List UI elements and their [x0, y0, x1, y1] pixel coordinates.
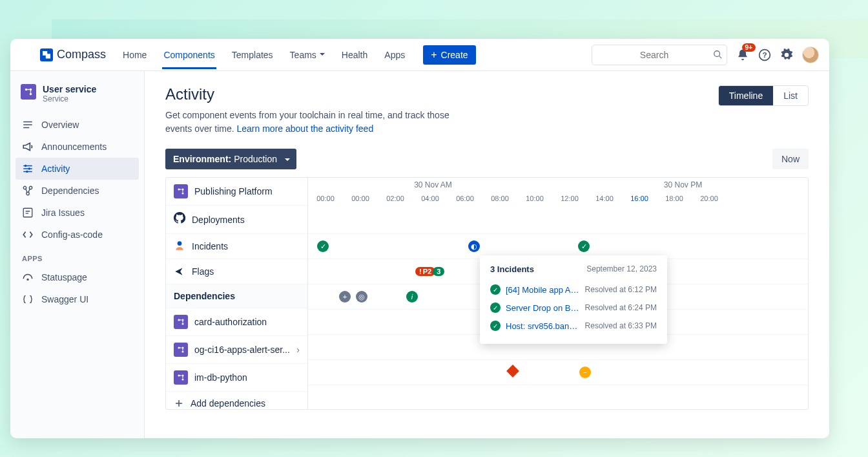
chevron-right-icon: › — [296, 345, 300, 355]
page-title: Activity — [165, 85, 809, 103]
row-im-db-python[interactable]: im-db-python — [166, 364, 307, 392]
create-button[interactable]: + Create — [423, 45, 475, 65]
content: Activity Get component events from your … — [145, 71, 829, 438]
sidebar-item-activity[interactable]: Activity — [16, 158, 139, 180]
row-deployments[interactable]: Deployments — [166, 206, 307, 234]
svg-point-5 — [30, 89, 32, 91]
nav-teams[interactable]: Teams — [289, 41, 326, 69]
grid-row-platform — [308, 209, 808, 234]
deploy-marker-ok[interactable]: ✓ — [317, 240, 329, 252]
svg-point-7 — [25, 165, 26, 167]
activity-icon — [22, 163, 34, 175]
svg-line-1 — [719, 56, 722, 58]
deploy-marker-ok2[interactable]: ✓ — [578, 240, 590, 252]
flag-marker-1[interactable]: + — [339, 291, 351, 303]
incident-link-1[interactable]: Server Drop on Banc.ly Fr… — [506, 303, 580, 313]
nav-home[interactable]: Home — [121, 41, 148, 69]
row-incidents[interactable]: Incidents — [166, 234, 307, 259]
flag-marker-3[interactable]: i — [406, 291, 418, 303]
nav-apps[interactable]: Apps — [383, 41, 406, 69]
grid-row-og-ci16: − — [308, 360, 808, 385]
svg-point-17 — [182, 193, 184, 195]
swagger-icon — [22, 293, 34, 305]
timeline: Publishing Platform Deployments Incident… — [165, 177, 809, 410]
service-icon — [21, 84, 36, 100]
sidebar: User service Service Overview Announceme… — [10, 71, 145, 438]
row-card-authorization[interactable]: card-authorization — [166, 308, 307, 336]
row-add-dependencies[interactable]: Add dependencies — [166, 392, 307, 409]
view-toggle: Timeline List — [718, 85, 809, 106]
pause-marker[interactable]: − — [579, 367, 591, 378]
view-timeline-button[interactable]: Timeline — [719, 86, 773, 105]
resolved-2: Resolved at 6:33 PM — [585, 321, 657, 330]
svg-point-24 — [182, 351, 184, 353]
svg-point-27 — [182, 379, 184, 381]
search-box — [592, 45, 727, 65]
sidebar-title: User service — [43, 84, 96, 94]
svg-point-4 — [25, 89, 28, 91]
view-list-button[interactable]: List — [773, 86, 808, 105]
svg-point-6 — [30, 93, 32, 96]
sidebar-item-jira[interactable]: Jira Issues — [16, 202, 139, 224]
compass-logo-icon — [40, 48, 53, 61]
nav-components[interactable]: Components — [162, 41, 216, 69]
svg-point-12 — [26, 192, 30, 195]
dep-icon — [174, 370, 188, 385]
code-icon — [22, 229, 34, 240]
now-button[interactable]: Now — [772, 149, 809, 169]
incidents-tooltip: 3 Incidents September 12, 2023 ✓ [64] Mo… — [480, 255, 667, 344]
timeline-grid[interactable]: 30 Nov AM 30 Nov PM 00:00 00:00 02:00 04… — [308, 178, 808, 409]
row-flags[interactable]: Flags — [166, 259, 307, 284]
check-icon: ✓ — [490, 303, 501, 313]
plus-icon — [174, 398, 184, 409]
svg-point-0 — [714, 50, 720, 56]
incidents-icon — [174, 240, 185, 252]
dependencies-icon — [22, 185, 34, 197]
gear-icon — [780, 48, 793, 61]
sidebar-item-swagger[interactable]: Swagger UI — [16, 288, 139, 310]
notification-badge: 9+ — [742, 43, 756, 52]
main-nav: Home Components Templates Teams Health A… — [121, 41, 476, 69]
jira-icon — [22, 207, 34, 218]
overview-icon — [22, 119, 34, 131]
nav-health[interactable]: Health — [340, 41, 369, 69]
settings-button[interactable] — [780, 48, 793, 61]
notifications-button[interactable]: 9+ — [736, 48, 749, 61]
dep-icon — [174, 343, 188, 357]
alert-diamond[interactable] — [508, 367, 517, 376]
row-dependencies-header: Dependencies — [166, 284, 307, 308]
svg-point-14 — [26, 279, 28, 281]
help-button[interactable]: ? — [758, 48, 771, 61]
check-icon: ✓ — [490, 321, 501, 331]
tooltip-date: September 12, 2023 — [586, 264, 657, 274]
deploy-marker-clock[interactable]: ◐ — [468, 240, 480, 252]
environment-select[interactable]: Environment: Production — [165, 149, 296, 169]
sidebar-item-statuspage[interactable]: Statuspage — [16, 266, 139, 288]
sidebar-item-config[interactable]: Config-as-code — [16, 224, 139, 246]
flags-icon — [174, 266, 185, 277]
svg-point-18 — [178, 241, 182, 246]
logo[interactable]: Compass — [40, 48, 106, 61]
flag-marker-2[interactable]: ◎ — [356, 291, 367, 303]
topbar: Compass Home Components Templates Teams … — [10, 39, 829, 71]
svg-rect-13 — [23, 208, 32, 217]
page-description: Get component events from your toolchain… — [165, 109, 450, 136]
tooltip-row-2: ✓ Host: srv856.bancly.com… Resolved at 6… — [490, 317, 657, 335]
search-input[interactable] — [592, 45, 727, 65]
resolved-0: Resolved at 6:12 PM — [585, 285, 657, 294]
user-avatar[interactable] — [802, 47, 819, 63]
sidebar-item-announcements[interactable]: Announcements — [16, 136, 139, 158]
timeline-dates: 30 Nov AM 30 Nov PM — [308, 178, 808, 191]
nav-templates[interactable]: Templates — [231, 41, 274, 69]
learn-more-link[interactable]: Learn more about the activity feed — [237, 123, 374, 134]
incident-link-0[interactable]: [64] Mobile app API: Requ… — [506, 285, 580, 295]
row-publishing-platform[interactable]: Publishing Platform — [166, 178, 307, 206]
row-og-ci16[interactable]: og-ci16-apps-alert-ser... › — [166, 336, 307, 364]
grid-row-im-db — [308, 385, 808, 409]
svg-text:?: ? — [762, 50, 767, 59]
resolved-1: Resolved at 6:24 PM — [585, 303, 657, 312]
sidebar-item-dependencies[interactable]: Dependencies — [16, 180, 139, 202]
sidebar-item-overview[interactable]: Overview — [16, 114, 139, 136]
incident-link-2[interactable]: Host: srv856.bancly.com… — [506, 321, 580, 331]
incident-p2[interactable]: ! P2 3 — [415, 267, 444, 276]
